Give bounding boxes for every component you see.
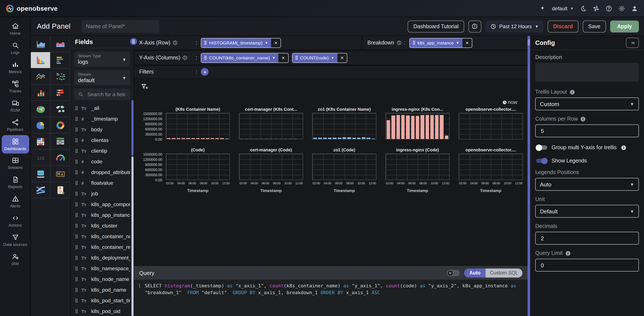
field-item[interactable]: #floatvalue [74, 177, 130, 188]
field-item[interactable]: Tᴛ_all [74, 103, 130, 113]
apply-button[interactable]: Apply [610, 20, 639, 32]
field-item[interactable]: Tᴛk8s_app_component [74, 199, 130, 209]
collapse-config-button[interactable] [626, 38, 639, 48]
show-legends-toggle[interactable] [536, 159, 547, 163]
chevron-down-icon[interactable]: ▼ [331, 56, 334, 60]
trellis-layout-select[interactable]: Custom ▼ [535, 98, 639, 110]
chart-type-pie[interactable] [31, 117, 50, 133]
field-item[interactable]: Tᴛk8s_container_restart_count [74, 242, 130, 252]
chart-type-maps[interactable] [50, 101, 70, 117]
settings-gear-icon[interactable] [618, 5, 625, 12]
sidebar-item-traces[interactable]: Traces [2, 77, 29, 96]
chart-type-heatmap[interactable] [31, 133, 50, 150]
fields-scrollbar-thumb[interactable] [132, 100, 134, 156]
drag-handle-icon[interactable] [75, 223, 78, 228]
chevron-down-icon[interactable]: ▼ [456, 41, 459, 45]
panel-splitter[interactable] [528, 36, 530, 316]
sidebar-item-iam[interactable]: IAM [2, 250, 29, 269]
panel-drag-handle[interactable] [130, 38, 137, 45]
sidebar-item-home[interactable]: Home [2, 20, 29, 38]
drag-handle-icon[interactable] [75, 213, 78, 217]
dark-mode-toggle-icon[interactable] [580, 5, 586, 12]
drag-handle-icon[interactable] [204, 41, 207, 45]
sidebar-item-alerts[interactable]: Alerts [2, 193, 29, 211]
org-selector[interactable]: default ▼ [552, 5, 574, 11]
axis-chip-body[interactable]: COUNT(k8s_container_name)▼ [202, 53, 278, 62]
function-toggle[interactable]: fx [447, 270, 460, 276]
field-item[interactable]: Tᴛk8s_pod_start_time [74, 295, 130, 306]
sidebar-item-actions[interactable]: Actions [2, 212, 29, 230]
drag-handle-icon[interactable] [75, 266, 78, 271]
user-avatar-icon[interactable] [631, 5, 638, 12]
chart-type-donut[interactable] [50, 117, 70, 133]
chart-type-scatter[interactable] [50, 68, 70, 85]
help-icon[interactable] [606, 5, 612, 12]
chart-type-h-bar[interactable] [50, 52, 70, 68]
drag-handle-icon[interactable] [75, 106, 78, 110]
remove-chip-button[interactable]: ✕ [271, 38, 281, 47]
field-item[interactable]: Tᴛk8s_pod_name [74, 284, 130, 295]
chart-type-geomap[interactable] [31, 101, 50, 117]
stream-type-select[interactable]: Stream Type logs ▼ [74, 52, 130, 67]
field-item[interactable]: #code [74, 156, 130, 167]
sidebar-item-logs[interactable]: Logs [2, 39, 29, 58]
field-item[interactable]: Tᴛk8s_pod_uid [74, 306, 130, 316]
query-limit-input[interactable] [540, 262, 634, 269]
drag-handle-icon[interactable] [75, 191, 78, 196]
columns-per-row-input[interactable] [540, 127, 634, 135]
chart-type-markdown[interactable] [50, 166, 70, 182]
chart-type-h-stacked[interactable] [50, 85, 70, 101]
discard-button[interactable]: Discard [548, 20, 578, 32]
field-item[interactable]: Tᴛclientip [74, 145, 130, 156]
drag-handle-icon[interactable] [75, 149, 78, 153]
field-item[interactable]: Tᴛk8s_node_name [74, 274, 130, 284]
drag-handle-icon[interactable] [75, 117, 78, 121]
legends-positions-select[interactable]: Auto ▼ [535, 178, 639, 191]
time-range-selector[interactable]: Past 12 Hours ▼ [486, 20, 544, 32]
chart-type-custom-chart[interactable] [50, 182, 70, 198]
drag-handle-icon[interactable] [75, 245, 78, 249]
chart-type-area-stacked[interactable] [50, 36, 70, 52]
sidebar-item-reports[interactable]: Reports [2, 173, 29, 192]
chart-type-area[interactable] [31, 36, 50, 52]
remove-chip-button[interactable]: ✕ [462, 38, 472, 47]
field-item[interactable]: #clientas [74, 135, 130, 145]
drag-handle-icon[interactable] [75, 127, 78, 132]
drag-handle-icon[interactable] [204, 56, 207, 60]
field-item[interactable]: Tᴛk8s_deployment_name [74, 252, 130, 263]
field-item[interactable]: Tᴛk8s_container_name [74, 231, 130, 242]
custom-sql-mode-button[interactable]: Custom SQL [486, 268, 522, 277]
chart-type-stacked[interactable] [31, 85, 50, 101]
field-item[interactable]: #_timestamp [74, 113, 130, 124]
drag-handle-icon[interactable] [75, 181, 78, 185]
chevron-down-icon[interactable]: ▼ [264, 41, 268, 45]
field-item[interactable]: #dropped_attributes_count [74, 167, 130, 177]
stream-select[interactable]: Stream default ▼ [74, 70, 130, 85]
remove-chip-button[interactable]: ✕ [337, 53, 347, 62]
drag-handle-icon[interactable] [75, 202, 78, 206]
chart-type-line[interactable] [31, 68, 50, 85]
field-item[interactable]: Tᴛk8s_app_instance [74, 209, 130, 220]
remove-chip-button[interactable]: ✕ [278, 53, 288, 62]
add-filter-button[interactable]: + [201, 68, 209, 76]
sparkle-icon[interactable] [539, 5, 546, 12]
group-y-axis-toggle[interactable] [536, 145, 547, 150]
info-button[interactable] [468, 20, 481, 32]
field-item[interactable]: Tᴛbody [74, 124, 130, 135]
description-textarea[interactable] [535, 63, 639, 82]
drag-handle-icon[interactable] [75, 138, 78, 142]
drag-handle-icon[interactable] [75, 256, 78, 260]
chevron-down-icon[interactable]: ▼ [272, 56, 276, 60]
drag-handle-icon[interactable] [75, 159, 78, 163]
chart-type-html[interactable]: </> [31, 166, 50, 182]
drag-handle-icon[interactable] [75, 309, 78, 313]
chart-type-sankey[interactable] [31, 182, 50, 198]
chart-type-gauge[interactable] [50, 150, 70, 166]
dashboard-tutorial-button[interactable]: Dashboard Tutorial [408, 20, 464, 32]
unit-select[interactable]: Default ▼ [535, 205, 639, 218]
sidebar-item-pipelines[interactable]: Pipelines [2, 116, 29, 135]
sidebar-item-metrics[interactable]: Metrics [2, 58, 29, 77]
sidebar-item-data-sources[interactable]: Data sources [2, 231, 29, 250]
sidebar-item-dashboards[interactable]: Dashboards [2, 135, 29, 154]
fields-scrollbar-track[interactable] [132, 157, 134, 316]
